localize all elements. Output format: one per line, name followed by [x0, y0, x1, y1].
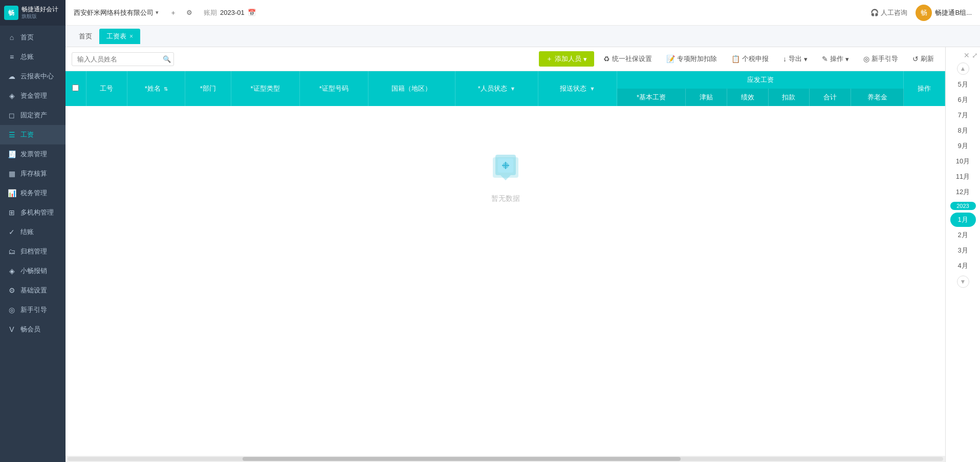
export-label: 导出 — [789, 54, 802, 64]
sidebar-item-home[interactable]: ⌂ 首页 — [0, 28, 66, 47]
select-all-checkbox[interactable] — [72, 85, 79, 91]
sidebar-item-cloud-report[interactable]: ☁ 云报表中心 — [0, 67, 66, 86]
month-item[interactable]: 6月 — [950, 93, 976, 107]
month-item-apr[interactable]: 4月 — [950, 259, 976, 273]
tax-report-button[interactable]: 📋 个税申报 — [726, 51, 774, 67]
plus-icon: ＋ — [170, 8, 177, 17]
tab-salary-label: 工资表 — [106, 32, 126, 41]
sidebar-item-ledger[interactable]: ≡ 总账 — [0, 47, 66, 67]
sidebar-item-finance[interactable]: ◈ 资金管理 — [0, 86, 66, 106]
col-pension: 养老金 — [851, 89, 904, 106]
refresh-button[interactable]: ↺ 刷新 — [907, 51, 939, 67]
month-item[interactable]: 8月 — [950, 123, 976, 138]
scrollbar-thumb[interactable] — [243, 457, 681, 461]
col-header-id-number: *证型号码 — [299, 71, 368, 106]
month-item[interactable]: 10月 — [950, 154, 976, 169]
sidebar-item-settings[interactable]: ⚙ 基础设置 — [0, 281, 66, 300]
sidebar-item-label: 多机构管理 — [20, 208, 54, 217]
settings-button[interactable]: ⚙ — [183, 7, 195, 19]
social-security-button[interactable]: ♻ 统一社保设置 — [598, 51, 657, 67]
sidebar-item-label: 发票管理 — [20, 150, 47, 159]
month-item-mar[interactable]: 3月 — [950, 243, 976, 258]
month-item[interactable]: 9月 — [950, 139, 976, 153]
company-selector[interactable]: 西安虾米网络科技有限公司 ▾ — [74, 8, 159, 17]
multiorg-icon: ⊞ — [7, 208, 16, 217]
close-panel-button[interactable]: ✕ — [964, 51, 970, 59]
period-label: 账期 — [204, 8, 217, 17]
sidebar-item-label: 税务管理 — [20, 188, 47, 198]
salary-table: 工号 *姓名 ⇅ *部门 *证型类型 *证型号码 国籍（地区） *人员状态 — [66, 71, 945, 106]
sidebar-item-label: 总账 — [20, 52, 34, 61]
add-person-button[interactable]: ＋ 添加人员 ▾ — [539, 51, 594, 67]
main-area: 西安虾米网络科技有限公司 ▾ ＋ ⚙ 账期 2023-01 📅 🎧 人工咨询 畅… — [66, 0, 980, 462]
export-button[interactable]: ↓ 导出 ▾ — [778, 51, 813, 67]
headset-icon: 🎧 — [870, 9, 879, 16]
month-item[interactable]: 7月 — [950, 108, 976, 122]
panel-down-button[interactable]: ▼ — [957, 276, 969, 288]
sidebar-item-archive[interactable]: 🗂 归档管理 — [0, 242, 66, 261]
sidebar-item-inventory[interactable]: ▦ 库存核算 — [0, 164, 66, 183]
sidebar-item-close-period[interactable]: ✓ 结账 — [0, 222, 66, 242]
month-item[interactable]: 12月 — [950, 185, 976, 199]
newguide-label: 新手引导 — [872, 54, 898, 64]
sidebar-item-member[interactable]: V 畅会员 — [0, 320, 66, 339]
social-icon: ♻ — [603, 55, 610, 63]
checkbox-header[interactable] — [66, 71, 86, 106]
sidebar-nav: ⌂ 首页 ≡ 总账 ☁ 云报表中心 ◈ 资金管理 ◻ 固定资产 ☰ 工资 🧾 发… — [0, 26, 66, 462]
topbar: 西安虾米网络科技有限公司 ▾ ＋ ⚙ 账期 2023-01 📅 🎧 人工咨询 畅… — [66, 0, 980, 26]
operate-button[interactable]: ✎ 操作 ▾ — [817, 51, 854, 67]
search-input[interactable] — [72, 52, 174, 66]
col-deduction: 扣款 — [768, 89, 810, 106]
tab-close-icon[interactable]: × — [129, 33, 133, 40]
filter-icon: ▼ — [510, 86, 515, 92]
right-panel: ✕ ⤢ ▲ 5月 6月 7月 8月 9月 10月 11月 12月 2023 1月… — [945, 47, 980, 462]
operate-label: 操作 — [830, 54, 843, 64]
service-button[interactable]: 🎧 人工咨询 — [870, 8, 907, 17]
home-icon: ⌂ — [7, 33, 16, 41]
user-profile[interactable]: 畅 畅捷通B组... — [916, 5, 972, 21]
month-item[interactable]: 11月 — [950, 170, 976, 184]
tab-salary[interactable]: 工资表 × — [99, 29, 140, 44]
sidebar-item-salary[interactable]: ☰ 工资 — [0, 125, 66, 144]
panel-up-button[interactable]: ▲ — [957, 62, 969, 75]
gear-icon: ⚙ — [186, 9, 192, 16]
month-item-jan[interactable]: 1月 — [950, 213, 976, 227]
empty-text: 暂无数据 — [491, 194, 520, 203]
export-dropdown-icon: ▾ — [804, 55, 808, 63]
member-icon: V — [7, 325, 16, 333]
sidebar-item-multiorg[interactable]: ⊞ 多机构管理 — [0, 203, 66, 222]
expand-panel-button[interactable]: ⤢ — [972, 51, 978, 59]
sidebar-item-label: 基础设置 — [20, 286, 47, 295]
sidebar-item-label: 归档管理 — [20, 247, 47, 256]
app-logo: 畅 畅捷通好会计 旗舰版 — [0, 0, 66, 26]
special-deduction-button[interactable]: 📝 专项附加扣除 — [661, 51, 722, 67]
calendar-icon[interactable]: 📅 — [248, 9, 256, 16]
sidebar-item-assets[interactable]: ◻ 固定资产 — [0, 106, 66, 125]
search-icon[interactable]: 🔍 — [163, 55, 171, 63]
ledger-icon: ≡ — [7, 53, 16, 61]
bottom-scrollbar[interactable] — [66, 456, 945, 462]
service-label: 人工咨询 — [881, 8, 907, 17]
tab-home-label: 首页 — [79, 32, 92, 41]
tax-icon: 📊 — [7, 189, 16, 197]
panel-controls: ✕ ⤢ — [946, 50, 980, 60]
archive-icon: 🗂 — [7, 247, 16, 256]
col-header-name[interactable]: *姓名 ⇅ — [127, 71, 185, 106]
month-item[interactable]: 5月 — [950, 77, 976, 92]
sidebar-item-newguide[interactable]: ◎ 新手引导 — [0, 300, 66, 320]
tab-home[interactable]: 首页 — [72, 29, 99, 44]
month-item-feb[interactable]: 2月 — [950, 228, 976, 242]
sidebar-item-invoice[interactable]: 🧾 发票管理 — [0, 144, 66, 164]
col-header-status[interactable]: *人员状态 ▼ — [455, 71, 538, 106]
topbar-actions: ＋ ⚙ — [167, 7, 195, 19]
col-header-submit-status[interactable]: 报送状态 ▼ — [538, 71, 617, 106]
sidebar-item-tax[interactable]: 📊 税务管理 — [0, 183, 66, 203]
period-value: 2023-01 — [220, 9, 245, 16]
sidebar-item-expense[interactable]: ◈ 小畅报销 — [0, 261, 66, 281]
add-company-button[interactable]: ＋ — [167, 7, 179, 19]
newguide-button[interactable]: ◎ 新手引导 — [858, 51, 903, 67]
col-allowance: 津贴 — [686, 89, 727, 106]
search-wrapper: 🔍 — [72, 52, 174, 66]
newguide-icon: ◎ — [863, 55, 869, 63]
salary-toolbar: 🔍 ＋ 添加人员 ▾ ♻ 统一社保设置 📝 专项附加扣除 📋 — [66, 47, 945, 71]
